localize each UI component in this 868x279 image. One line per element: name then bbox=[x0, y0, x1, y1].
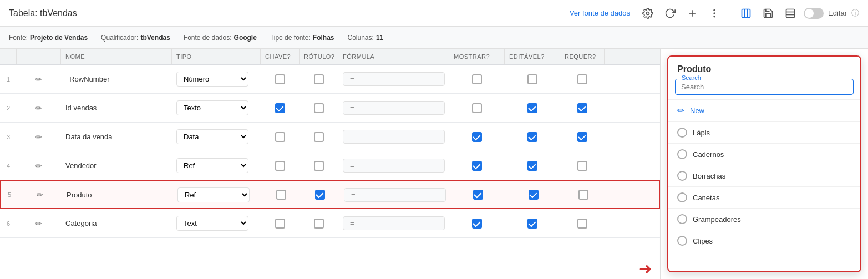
requer-cell[interactable] bbox=[561, 190, 606, 200]
editavel-cell[interactable] bbox=[505, 219, 560, 229]
rotulo-checkbox[interactable] bbox=[314, 132, 324, 142]
formula-box[interactable]: = bbox=[343, 216, 445, 230]
type-select[interactable]: Número Texto Data Ref Text bbox=[176, 72, 248, 87]
requer-checkbox[interactable] bbox=[578, 190, 588, 200]
chave-checkbox[interactable] bbox=[275, 74, 285, 84]
radio-circle[interactable] bbox=[677, 192, 687, 202]
requer-cell[interactable] bbox=[560, 161, 605, 171]
rotulo-checkbox[interactable] bbox=[314, 219, 324, 229]
list-item[interactable]: Grampeadores bbox=[668, 208, 860, 230]
list-item[interactable]: Lápis bbox=[668, 121, 860, 143]
edit-pencil-icon[interactable]: ✏ bbox=[35, 219, 42, 228]
mostrar-cell[interactable] bbox=[449, 74, 505, 84]
requer-cell[interactable] bbox=[560, 219, 605, 229]
mostrar-checkbox[interactable] bbox=[472, 219, 482, 229]
requer-cell[interactable] bbox=[560, 74, 605, 84]
radio-circle[interactable] bbox=[677, 236, 687, 246]
chave-checkbox[interactable] bbox=[275, 219, 285, 229]
edit-pencil-icon[interactable]: ✏ bbox=[35, 75, 42, 84]
add-icon[interactable] bbox=[683, 4, 701, 22]
editavel-checkbox[interactable] bbox=[527, 74, 537, 84]
radio-circle[interactable] bbox=[677, 149, 687, 159]
requer-checkbox[interactable] bbox=[577, 103, 587, 113]
chave-checkbox[interactable] bbox=[275, 132, 285, 142]
mostrar-checkbox[interactable] bbox=[472, 132, 482, 142]
mostrar-cell[interactable] bbox=[449, 161, 505, 171]
mostrar-checkbox[interactable] bbox=[473, 190, 483, 200]
rotulo-checkbox[interactable] bbox=[314, 103, 324, 113]
rotulo-checkbox[interactable] bbox=[314, 74, 324, 84]
editavel-checkbox[interactable] bbox=[527, 132, 537, 142]
editavel-cell[interactable] bbox=[505, 161, 560, 171]
rotulo-checkbox[interactable] bbox=[315, 190, 325, 200]
formula-box[interactable]: = bbox=[343, 72, 445, 86]
type-select[interactable]: Número Texto Data Ref Text bbox=[176, 129, 248, 144]
panel-view-icon[interactable] bbox=[781, 4, 799, 22]
rotulo-cell[interactable] bbox=[300, 219, 338, 229]
edit-pencil-icon[interactable]: ✏ bbox=[35, 161, 42, 170]
chave-cell[interactable] bbox=[261, 132, 300, 142]
chave-cell[interactable] bbox=[261, 74, 300, 84]
editavel-cell[interactable] bbox=[505, 132, 560, 142]
type-select[interactable]: Número Texto Data Ref Text bbox=[177, 187, 250, 202]
mostrar-cell[interactable] bbox=[449, 132, 505, 142]
mostrar-checkbox[interactable] bbox=[472, 74, 482, 84]
list-item[interactable]: Canetas bbox=[668, 186, 860, 208]
formula-box[interactable]: = bbox=[343, 101, 445, 115]
edit-pencil-icon[interactable]: ✏ bbox=[35, 104, 42, 113]
edit-pencil-icon[interactable]: ✏ bbox=[37, 190, 43, 199]
editavel-cell[interactable] bbox=[505, 103, 560, 113]
list-item[interactable]: Clipes bbox=[668, 230, 860, 251]
requer-cell[interactable] bbox=[560, 103, 605, 113]
requer-checkbox[interactable] bbox=[577, 219, 587, 229]
type-select[interactable]: Número Texto Data Ref Text bbox=[176, 158, 248, 173]
radio-circle[interactable] bbox=[677, 171, 687, 181]
chave-cell[interactable] bbox=[262, 190, 301, 200]
more-icon[interactable] bbox=[705, 4, 723, 22]
panel-columns-icon[interactable] bbox=[737, 4, 755, 22]
chave-checkbox[interactable] bbox=[275, 103, 285, 113]
formula-box[interactable]: = bbox=[343, 130, 445, 144]
requer-checkbox[interactable] bbox=[577, 132, 587, 142]
type-select[interactable]: Número Texto Data Ref Text bbox=[176, 100, 248, 115]
list-item[interactable]: ✏ New bbox=[668, 99, 860, 121]
refresh-icon[interactable] bbox=[661, 4, 679, 22]
rotulo-cell[interactable] bbox=[301, 190, 339, 200]
editavel-checkbox[interactable] bbox=[529, 190, 539, 200]
rotulo-cell[interactable] bbox=[300, 103, 338, 113]
chave-cell[interactable] bbox=[261, 219, 300, 229]
panel-save-icon[interactable] bbox=[759, 4, 777, 22]
mostrar-cell[interactable] bbox=[449, 219, 505, 229]
editar-toggle[interactable] bbox=[804, 8, 824, 19]
mostrar-checkbox[interactable] bbox=[472, 103, 482, 113]
ver-fonte-button[interactable]: Ver fonte de dados bbox=[565, 7, 634, 19]
settings-icon[interactable] bbox=[639, 4, 657, 22]
formula-box[interactable]: = bbox=[343, 159, 445, 173]
chave-cell[interactable] bbox=[261, 103, 300, 113]
requer-checkbox[interactable] bbox=[577, 161, 587, 171]
requer-cell[interactable] bbox=[560, 132, 605, 142]
editavel-checkbox[interactable] bbox=[527, 103, 537, 113]
chave-checkbox[interactable] bbox=[275, 161, 285, 171]
radio-circle[interactable] bbox=[677, 214, 687, 224]
mostrar-checkbox[interactable] bbox=[472, 161, 482, 171]
mostrar-cell[interactable] bbox=[450, 190, 506, 200]
list-item[interactable]: Borrachas bbox=[668, 165, 860, 186]
list-item[interactable]: Cadernos bbox=[668, 143, 860, 165]
search-input[interactable] bbox=[675, 79, 854, 95]
rotulo-cell[interactable] bbox=[300, 74, 338, 84]
rotulo-checkbox[interactable] bbox=[314, 161, 324, 171]
radio-circle[interactable] bbox=[677, 128, 687, 138]
editavel-cell[interactable] bbox=[506, 190, 561, 200]
type-select[interactable]: Número Texto Data Ref Text bbox=[176, 216, 248, 231]
editavel-checkbox[interactable] bbox=[527, 219, 537, 229]
rotulo-cell[interactable] bbox=[300, 161, 338, 171]
editavel-checkbox[interactable] bbox=[527, 161, 537, 171]
chave-checkbox[interactable] bbox=[276, 190, 286, 200]
mostrar-cell[interactable] bbox=[449, 103, 505, 113]
editavel-cell[interactable] bbox=[505, 74, 560, 84]
edit-pencil-icon[interactable]: ✏ bbox=[35, 133, 42, 141]
rotulo-cell[interactable] bbox=[300, 132, 338, 142]
chave-cell[interactable] bbox=[261, 161, 300, 171]
requer-checkbox[interactable] bbox=[577, 74, 587, 84]
